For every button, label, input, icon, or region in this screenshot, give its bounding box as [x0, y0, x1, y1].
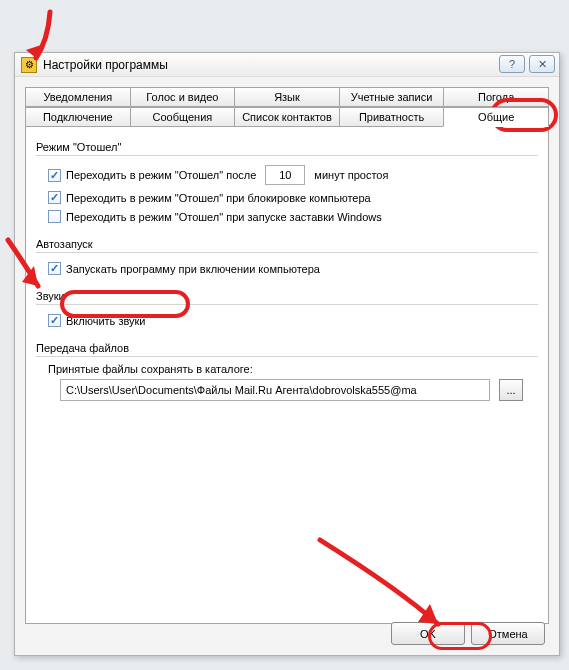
- away-on-lock-label: Переходить в режим "Отошел" при блокиров…: [66, 192, 371, 204]
- tab-accounts[interactable]: Учетные записи: [339, 87, 445, 107]
- autorun-group: Запускать программу при включении компью…: [36, 252, 538, 284]
- help-button[interactable]: ?: [499, 55, 525, 73]
- titlebar: ⚙ Настройки программы ? ✕: [15, 53, 559, 77]
- tab-voice-video[interactable]: Голос и видео: [130, 87, 236, 107]
- autorun-label: Запускать программу при включении компью…: [66, 263, 320, 275]
- away-minutes-input[interactable]: [265, 165, 305, 185]
- browse-button[interactable]: ...: [499, 379, 523, 401]
- away-after-idle-label-after: минут простоя: [314, 169, 388, 181]
- enable-sounds-checkbox[interactable]: [48, 314, 61, 327]
- autorun-group-label: Автозапуск: [36, 238, 538, 250]
- away-after-idle-label-before: Переходить в режим "Отошел" после: [66, 169, 256, 181]
- away-group: Переходить в режим "Отошел" после минут …: [36, 155, 538, 232]
- sounds-group-label: Звуки: [36, 290, 538, 302]
- away-on-screensaver-label: Переходить в режим "Отошел" при запуске …: [66, 211, 382, 223]
- tab-contact-list[interactable]: Список контактов: [234, 107, 340, 127]
- ok-button[interactable]: OK: [391, 622, 465, 645]
- settings-window: ⚙ Настройки программы ? ✕ Уведомления Го…: [14, 52, 560, 656]
- away-on-lock-checkbox[interactable]: [48, 191, 61, 204]
- tab-privacy[interactable]: Приватность: [339, 107, 445, 127]
- tab-notifications[interactable]: Уведомления: [25, 87, 131, 107]
- tab-messages[interactable]: Сообщения: [130, 107, 236, 127]
- away-group-label: Режим "Отошел": [36, 141, 538, 153]
- app-icon: ⚙: [21, 57, 37, 73]
- tabs-row-1: Уведомления Голос и видео Язык Учетные з…: [25, 87, 549, 107]
- close-button[interactable]: ✕: [529, 55, 555, 73]
- away-after-idle-checkbox[interactable]: [48, 169, 61, 182]
- window-title: Настройки программы: [43, 58, 168, 72]
- autorun-checkbox[interactable]: [48, 262, 61, 275]
- files-path-input[interactable]: C:\Users\User\Documents\Файлы Mail.Ru Аг…: [60, 379, 490, 401]
- files-group: Принятые файлы сохранять в каталоге: C:\…: [36, 356, 538, 407]
- tabs-row-2: Подключение Сообщения Список контактов П…: [25, 107, 549, 127]
- away-on-screensaver-checkbox[interactable]: [48, 210, 61, 223]
- tab-weather[interactable]: Погода: [443, 87, 549, 107]
- tab-language[interactable]: Язык: [234, 87, 340, 107]
- dialog-buttons: OK Отмена: [391, 622, 545, 645]
- tabs-container: Уведомления Голос и видео Язык Учетные з…: [25, 87, 549, 624]
- tab-connection[interactable]: Подключение: [25, 107, 131, 127]
- enable-sounds-label: Включить звуки: [66, 315, 146, 327]
- files-group-label: Передача файлов: [36, 342, 538, 354]
- files-sublabel: Принятые файлы сохранять в каталоге:: [48, 363, 538, 375]
- tab-general[interactable]: Общие: [443, 107, 549, 127]
- sounds-group: Включить звуки: [36, 304, 538, 336]
- cancel-button[interactable]: Отмена: [471, 622, 545, 645]
- tab-content-general: Режим "Отошел" Переходить в режим "Отоше…: [25, 126, 549, 624]
